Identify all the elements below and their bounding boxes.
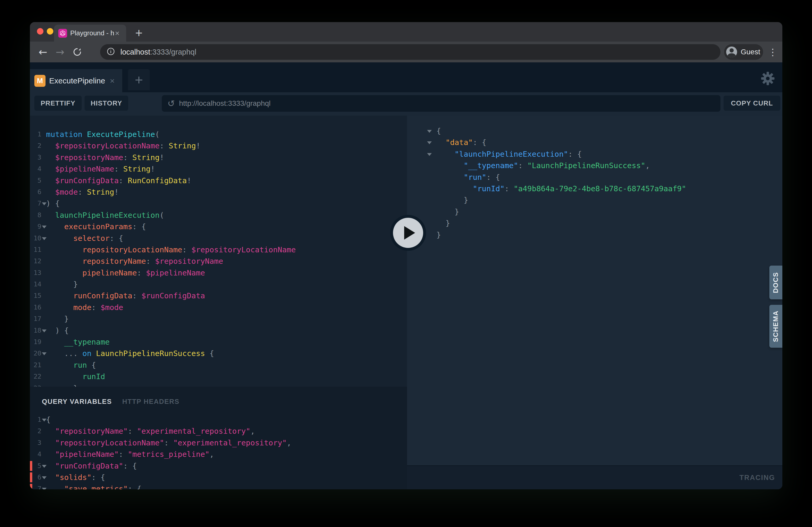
code-line: 7) { [30, 198, 407, 209]
line-number: 22 [30, 371, 41, 382]
browser-tab-close-icon[interactable]: × [115, 29, 120, 37]
line-number: 5 [30, 175, 41, 186]
line-number: 1 [30, 129, 41, 140]
code-line: 1mutation ExecutePipeline( [30, 129, 407, 140]
fold-arrow-icon[interactable] [427, 141, 432, 144]
playground-toolbar: PRETTIFY HISTORY ↺ http://localhost:3333… [30, 92, 782, 116]
fold-arrow-icon[interactable] [42, 237, 46, 240]
code-line: 2 "repositoryName": "experimental_reposi… [30, 425, 407, 437]
code-line: 12 repositoryName: $repositoryName [30, 255, 407, 267]
docs-side-tab[interactable]: DOCS [769, 266, 782, 299]
browser-tab[interactable]: Playground - http://localhost:3 × [54, 25, 126, 42]
variables-editor[interactable]: 1{2 "repositoryName": "experimental_repo… [30, 414, 407, 489]
line-number: 4 [30, 449, 41, 460]
minimize-window-button[interactable] [47, 28, 53, 34]
fold-arrow-icon[interactable] [42, 488, 46, 489]
code-line: } [407, 194, 782, 206]
response-pane: { "data": { "launchPipelineExecution": {… [407, 116, 782, 489]
history-button[interactable]: HISTORY [85, 96, 128, 111]
schema-side-tab[interactable]: SCHEMA [769, 305, 782, 348]
line-number: 7 [30, 198, 41, 209]
tracing-bar[interactable]: TRACING [407, 465, 782, 489]
variables-panel: QUERY VARIABLES HTTP HEADERS 1{2 "reposi… [30, 387, 407, 489]
endpoint-url-text: http://localhost:3333/graphql [179, 99, 271, 108]
browser-tab-title: Playground - http://localhost:3 [70, 29, 114, 37]
prettify-button[interactable]: PRETTIFY [34, 96, 82, 111]
code-line: "run": { [407, 171, 782, 183]
code-line: } [407, 229, 782, 241]
line-number: 10 [30, 232, 41, 244]
variables-tab-bar: QUERY VARIABLES HTTP HEADERS [42, 397, 179, 406]
code-line: 3 "repositoryLocationName": "experimenta… [30, 437, 407, 449]
graphql-playground: M ExecutePipeline × + [30, 62, 782, 489]
reload-icon[interactable] [70, 42, 85, 62]
code-line: 4 "pipelineName": "metrics_pipeline", [30, 449, 407, 460]
tab-http-headers[interactable]: HTTP HEADERS [122, 397, 179, 406]
endpoint-history-icon[interactable]: ↺ [168, 98, 175, 109]
line-number: 3 [30, 437, 41, 449]
code-line: } [407, 206, 782, 217]
fold-arrow-icon[interactable] [42, 330, 46, 332]
line-number: 8 [30, 209, 41, 221]
line-number: 2 [30, 140, 41, 151]
line-number: 19 [30, 336, 41, 348]
page-info-icon[interactable] [106, 47, 115, 57]
close-window-button[interactable] [37, 28, 43, 34]
session-tab-executepipeline[interactable]: M ExecutePipeline × [30, 69, 122, 92]
code-line: "launchPipelineExecution": { [407, 148, 782, 160]
code-line: 10 selector: { [30, 232, 407, 244]
code-line: 3 $repositoryName: String! [30, 152, 407, 163]
execute-play-button[interactable] [390, 215, 426, 251]
response-viewer: { "data": { "launchPipelineExecution": {… [407, 125, 782, 463]
query-editor[interactable]: 1mutation ExecutePipeline(2 $repositoryL… [30, 116, 407, 387]
settings-gear-icon[interactable] [760, 71, 775, 86]
new-browser-tab-button[interactable]: + [131, 25, 147, 40]
code-line: 19 __typename [30, 336, 407, 348]
forward-icon[interactable]: → [53, 42, 67, 62]
address-bar[interactable]: localhost:3333/graphql [100, 44, 721, 60]
code-line: 9 executionParams: { [30, 221, 407, 232]
code-line: 17 } [30, 313, 407, 325]
mutation-badge: M [34, 75, 45, 87]
fold-arrow-icon[interactable] [427, 130, 432, 133]
browser-profile-button[interactable]: Guest [724, 44, 763, 60]
url-path: :3333/graphql [150, 48, 196, 56]
code-line: 6 "solids": { [30, 472, 407, 483]
profile-label: Guest [741, 48, 760, 56]
code-line: 15 runConfigData: $runConfigData [30, 290, 407, 301]
code-line: "runId": "a49b864a-79e2-4be8-b78c-687457… [407, 183, 782, 194]
desktop-background: Playground - http://localhost:3 × + ← → … [0, 0, 812, 527]
fold-arrow-icon[interactable] [42, 226, 46, 228]
line-number: 7 [30, 483, 41, 489]
browser-toolbar: ← → localhost:3333/graphql Guest ⋮ [30, 42, 782, 62]
browser-window: Playground - http://localhost:3 × + ← → … [30, 22, 782, 489]
tracing-label: TRACING [739, 474, 775, 482]
fold-arrow-icon[interactable] [42, 419, 46, 421]
copy-curl-button[interactable]: COPY CURL [724, 96, 780, 111]
code-line: 5 "runConfigData": { [30, 460, 407, 472]
fold-arrow-icon[interactable] [42, 202, 46, 205]
session-tab-close-icon[interactable]: × [110, 77, 115, 85]
browser-tabstrip: Playground - http://localhost:3 × + [30, 22, 782, 42]
line-number: 12 [30, 255, 41, 267]
fold-arrow-icon[interactable] [42, 465, 46, 468]
line-number: 6 [30, 186, 41, 198]
fold-arrow-icon[interactable] [427, 153, 432, 156]
line-number: 13 [30, 267, 41, 278]
session-tab-title: ExecutePipeline [49, 76, 105, 85]
code-line: { [407, 125, 782, 137]
endpoint-url-input[interactable]: ↺ http://localhost:3333/graphql [162, 95, 721, 112]
back-icon[interactable]: ← [35, 42, 50, 62]
fold-arrow-icon[interactable] [42, 352, 46, 355]
line-number: 3 [30, 152, 41, 163]
code-line: 22 runId [30, 371, 407, 382]
line-number: 11 [30, 244, 41, 255]
new-session-tab-button[interactable]: + [128, 69, 150, 90]
graphql-favicon-icon [58, 29, 67, 38]
browser-menu-icon[interactable]: ⋮ [766, 42, 779, 62]
fold-arrow-icon[interactable] [42, 476, 46, 479]
url-host: localhost [120, 48, 150, 56]
line-number: 9 [30, 221, 41, 232]
tab-query-variables[interactable]: QUERY VARIABLES [42, 397, 112, 406]
code-line: 7 "save_metrics": { [30, 483, 407, 489]
